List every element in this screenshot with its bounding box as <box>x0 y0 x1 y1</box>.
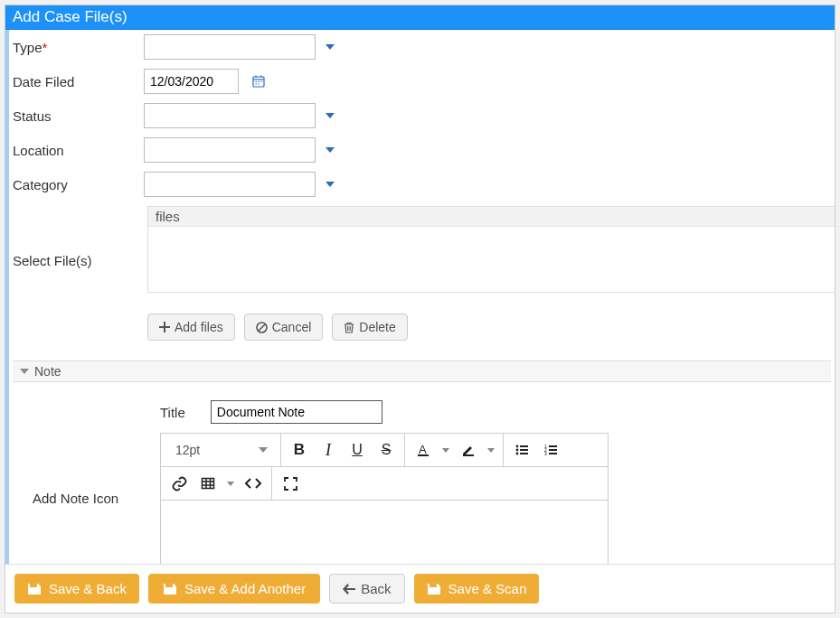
svg-line-10 <box>259 324 265 331</box>
chevron-down-icon <box>20 369 29 374</box>
required-mark: * <box>42 40 48 55</box>
label-location: Location <box>13 143 144 158</box>
text-style-group: B I U S <box>281 434 405 466</box>
color-group: A <box>405 434 504 466</box>
label-date-filed: Date Filed <box>13 74 144 89</box>
files-panel: files <box>147 206 835 293</box>
chevron-down-icon <box>259 447 268 453</box>
note-title-row: Title <box>160 400 824 424</box>
status-dropdown-toggle[interactable] <box>321 107 339 125</box>
window-title: Add Case File(s) <box>13 8 127 25</box>
code-button[interactable] <box>241 471 266 496</box>
svg-text:A: A <box>419 443 427 456</box>
svg-rect-19 <box>520 453 528 454</box>
svg-rect-12 <box>418 454 429 456</box>
row-location: Location <box>13 137 831 163</box>
file-action-bar: Add files Cancel Delete <box>147 314 831 341</box>
editor-toolbar-row2 <box>161 467 608 501</box>
svg-point-16 <box>516 449 519 452</box>
list-group: 123 <box>504 434 569 466</box>
svg-text:3: 3 <box>544 451 547 456</box>
label-type: Type* <box>13 40 144 55</box>
trash-icon <box>344 322 354 333</box>
font-size-group: 12pt <box>161 434 281 466</box>
label-category: Category <box>13 177 144 192</box>
numbered-list-button[interactable]: 123 <box>538 437 563 463</box>
note-section-toggle[interactable]: Note <box>13 360 831 382</box>
editor-toolbar-row1: 12pt B I U S <box>161 434 608 467</box>
category-input[interactable] <box>144 172 316 197</box>
note-title-label: Title <box>160 405 185 420</box>
svg-rect-26 <box>203 479 214 489</box>
italic-button[interactable]: I <box>316 437 341 463</box>
view-group <box>272 467 308 500</box>
row-category: Category <box>13 172 831 197</box>
files-header: files <box>148 207 835 227</box>
label-select-files: Select File(s) <box>13 253 144 268</box>
underline-button[interactable]: U <box>344 437 370 463</box>
plus-icon <box>159 322 170 332</box>
note-title-input[interactable] <box>211 400 382 424</box>
table-more[interactable] <box>224 471 237 496</box>
table-button[interactable] <box>195 471 221 496</box>
save-scan-button[interactable]: Save & Scan <box>414 574 540 604</box>
arrow-left-icon <box>343 584 355 595</box>
bullet-list-button[interactable] <box>509 437 534 463</box>
label-status: Status <box>13 108 144 124</box>
svg-rect-25 <box>549 453 557 454</box>
svg-rect-13 <box>463 454 474 456</box>
row-type: Type* <box>13 34 831 60</box>
save-icon <box>163 583 177 595</box>
cancel-files-button[interactable]: Cancel <box>244 314 324 341</box>
category-dropdown-toggle[interactable] <box>321 175 339 193</box>
save-icon <box>427 583 441 595</box>
link-button[interactable] <box>166 471 192 496</box>
svg-point-18 <box>516 453 519 455</box>
svg-point-14 <box>516 445 519 448</box>
font-size-select[interactable]: 12pt <box>166 437 275 463</box>
highlight-button[interactable] <box>456 437 481 463</box>
bold-button[interactable]: B <box>287 437 312 463</box>
footer-action-bar: Save & Back Save & Add Another Back Save… <box>5 564 835 613</box>
svg-rect-15 <box>520 445 528 447</box>
type-dropdown-toggle[interactable] <box>321 38 339 56</box>
strikethrough-button[interactable]: S <box>373 437 399 463</box>
save-icon <box>27 583 42 595</box>
location-input[interactable] <box>144 137 316 163</box>
add-files-button[interactable]: Add files <box>147 314 235 341</box>
date-filed-input[interactable] <box>144 69 239 94</box>
window-title-bar: Add Case File(s) <box>5 5 835 30</box>
svg-rect-17 <box>520 449 528 451</box>
status-input[interactable] <box>144 103 316 128</box>
form-area: Type* Date Filed <box>5 30 835 613</box>
save-add-another-button[interactable]: Save & Add Another <box>148 574 320 604</box>
dialog-panel: Add Case File(s) Type* Date Filed <box>5 5 835 613</box>
cancel-icon <box>256 322 268 333</box>
highlight-more[interactable] <box>485 437 497 463</box>
save-back-button[interactable]: Save & Back <box>14 574 139 604</box>
row-status: Status <box>13 103 831 128</box>
location-dropdown-toggle[interactable] <box>321 141 339 159</box>
calendar-icon[interactable] <box>251 74 266 89</box>
back-button[interactable]: Back <box>329 574 404 604</box>
svg-rect-23 <box>549 449 557 451</box>
type-input[interactable] <box>144 34 316 60</box>
note-section-title: Note <box>34 364 61 379</box>
delete-files-button[interactable]: Delete <box>332 314 407 341</box>
svg-rect-21 <box>549 445 557 447</box>
row-date-filed: Date Filed <box>13 69 831 94</box>
text-color-more[interactable] <box>439 437 452 463</box>
insert-group <box>161 467 272 500</box>
text-color-button[interactable]: A <box>411 437 436 463</box>
fullscreen-button[interactable] <box>278 471 303 496</box>
